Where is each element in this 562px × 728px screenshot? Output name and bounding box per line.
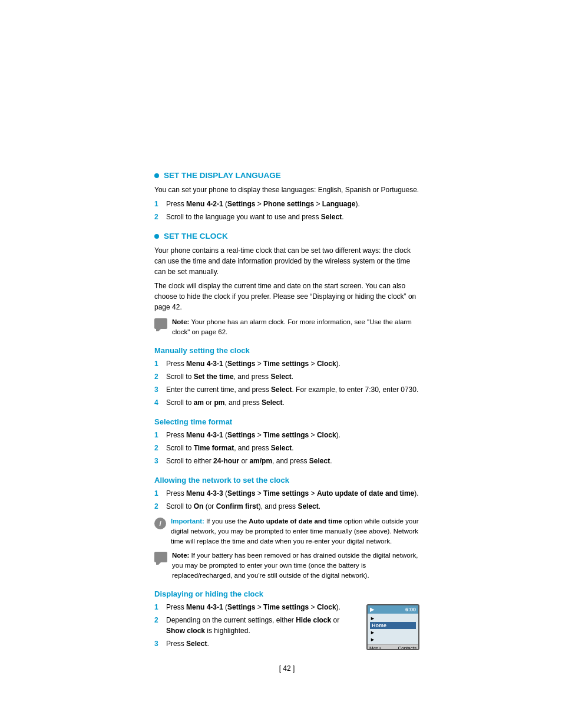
set-clock-note: Note: Your phone has an alarm clock. For… bbox=[154, 317, 419, 337]
step-text-2: Scroll to the language you want to use a… bbox=[166, 212, 344, 222]
net-text-1: Press Menu 4-3-3 (Settings > Time settin… bbox=[166, 488, 419, 499]
phone-screen-body: ► Home ► ► bbox=[368, 614, 418, 644]
section-displaying: Displaying or hiding the clock 1 Press M… bbox=[154, 589, 419, 653]
tf-step-2: 2 Scroll to Time format, and press Selec… bbox=[154, 443, 419, 453]
net-step-1: 1 Press Menu 4-3-3 (Settings > Time sett… bbox=[154, 488, 419, 499]
note-icon-2 bbox=[154, 552, 167, 562]
disp-num-2: 2 bbox=[154, 615, 164, 636]
phone-mockup: ▶ 6:00 ► Home ► ► Menu bbox=[366, 604, 419, 653]
content-area: SET THE DISPLAY LANGUAGE You can set you… bbox=[154, 171, 419, 673]
net-step-2: 2 Scroll to On (or Confirm first), and p… bbox=[154, 501, 419, 512]
page-number: [ 42 ] bbox=[154, 664, 419, 673]
manually-text-3: Enter the current time, and press Select… bbox=[166, 384, 418, 395]
tf-text-1: Press Menu 4-3-1 (Settings > Time settin… bbox=[166, 430, 340, 440]
displaying-steps-container: 1 Press Menu 4-3-1 (Settings > Time sett… bbox=[154, 602, 359, 653]
disp-text-2: Depending on the current settings, eithe… bbox=[166, 615, 359, 636]
phone-list-item-1: ► bbox=[370, 615, 416, 622]
phone-screen-time: 6:00 bbox=[405, 607, 416, 612]
manually-step-2: 2 Scroll to Set the time, and press Sele… bbox=[154, 371, 419, 382]
manually-heading: Manually setting the clock bbox=[154, 346, 419, 355]
manually-num-3: 3 bbox=[154, 384, 164, 395]
phone-screen: ▶ 6:00 ► Home ► ► Menu bbox=[366, 604, 419, 650]
tf-num-2: 2 bbox=[154, 443, 164, 453]
displaying-content: 1 Press Menu 4-3-1 (Settings > Time sett… bbox=[154, 602, 419, 653]
display-language-intro: You can set your phone to display these … bbox=[154, 185, 419, 195]
displaying-heading: Displaying or hiding the clock bbox=[154, 589, 419, 598]
manually-num-1: 1 bbox=[154, 358, 164, 369]
manually-text-1: Press Menu 4-3-1 (Settings > Time settin… bbox=[166, 358, 340, 369]
step-text-1: Press Menu 4-2-1 (Settings > Phone setti… bbox=[166, 199, 360, 209]
note-text-2: Note: If your battery has been removed o… bbox=[172, 551, 419, 580]
phone-screen-footer: Menu Contacts bbox=[368, 644, 418, 650]
phone-screen-topbar: ▶ 6:00 bbox=[368, 605, 418, 614]
note-icon bbox=[154, 318, 167, 329]
important-text: Important: If you use the Auto update of… bbox=[171, 516, 419, 546]
display-language-title: SET THE DISPLAY LANGUAGE bbox=[154, 171, 419, 180]
manually-steps: 1 Press Menu 4-3-1 (Settings > Time sett… bbox=[154, 358, 419, 408]
step-num-2: 2 bbox=[154, 212, 164, 222]
tf-step-1: 1 Press Menu 4-3-1 (Settings > Time sett… bbox=[154, 430, 419, 440]
network-steps: 1 Press Menu 4-3-3 (Settings > Time sett… bbox=[154, 488, 419, 512]
phone-list-item-2: ► bbox=[370, 629, 416, 636]
set-clock-intro2: The clock will display the current time … bbox=[154, 281, 419, 312]
disp-text-3: Press Select. bbox=[166, 638, 209, 649]
manually-num-2: 2 bbox=[154, 371, 164, 382]
step-1: 1 Press Menu 4-2-1 (Settings > Phone set… bbox=[154, 199, 419, 209]
disp-num-3: 3 bbox=[154, 638, 164, 649]
section-set-clock: SET THE CLOCK Your phone contains a real… bbox=[154, 232, 419, 337]
note-label: Note: bbox=[172, 318, 189, 325]
set-clock-intro1: Your phone contains a real-time clock th… bbox=[154, 245, 419, 277]
net-num-1: 1 bbox=[154, 488, 164, 499]
step-2: 2 Scroll to the language you want to use… bbox=[154, 212, 419, 222]
tf-num-1: 1 bbox=[154, 430, 164, 440]
note-content-2: If your battery has been removed or has … bbox=[172, 552, 418, 578]
important-icon bbox=[154, 518, 166, 529]
bullet-icon-2 bbox=[154, 234, 159, 239]
manually-num-4: 4 bbox=[154, 397, 164, 408]
bullet-icon bbox=[154, 173, 159, 178]
phone-screen-icon: ▶ bbox=[370, 607, 374, 612]
step-num-1: 1 bbox=[154, 199, 164, 209]
tf-text-2: Scroll to Time format, and press Select. bbox=[166, 443, 294, 453]
section-display-language: SET THE DISPLAY LANGUAGE You can set you… bbox=[154, 171, 419, 222]
manually-step-4: 4 Scroll to am or pm, and press Select. bbox=[154, 397, 419, 408]
set-clock-title: SET THE CLOCK bbox=[154, 232, 419, 241]
display-language-steps: 1 Press Menu 4-2-1 (Settings > Phone set… bbox=[154, 199, 419, 222]
network-heading: Allowing the network to set the clock bbox=[154, 476, 419, 485]
manually-step-1: 1 Press Menu 4-3-1 (Settings > Time sett… bbox=[154, 358, 419, 369]
tf-text-3: Scroll to either 24-hour or am/pm, and p… bbox=[166, 456, 332, 466]
section-network: Allowing the network to set the clock 1 … bbox=[154, 476, 419, 580]
manually-text-4: Scroll to am or pm, and press Select. bbox=[166, 397, 285, 408]
tf-step-3: 3 Scroll to either 24-hour or am/pm, and… bbox=[154, 456, 419, 466]
section-manually: Manually setting the clock 1 Press Menu … bbox=[154, 346, 419, 408]
net-text-2: Scroll to On (or Confirm first), and pre… bbox=[166, 501, 320, 512]
disp-num-1: 1 bbox=[154, 602, 164, 612]
manually-text-2: Scroll to Set the time, and press Select… bbox=[166, 371, 293, 382]
phone-list-home-selected: Home bbox=[370, 622, 416, 629]
tf-num-3: 3 bbox=[154, 456, 164, 466]
page-container: SET THE DISPLAY LANGUAGE You can set you… bbox=[0, 0, 562, 728]
network-important: Important: If you use the Auto update of… bbox=[154, 516, 419, 546]
note-text: Note: Your phone has an alarm clock. For… bbox=[172, 317, 419, 337]
note-content: Your phone has an alarm clock. For more … bbox=[172, 318, 412, 335]
time-format-steps: 1 Press Menu 4-3-1 (Settings > Time sett… bbox=[154, 430, 419, 466]
disp-step-3: 3 Press Select. bbox=[154, 638, 359, 649]
section-time-format: Selecting time format 1 Press Menu 4-3-1… bbox=[154, 417, 419, 466]
disp-step-2: 2 Depending on the current settings, eit… bbox=[154, 615, 359, 636]
phone-menu-left: Menu bbox=[369, 645, 381, 650]
important-label: Important: bbox=[171, 518, 204, 525]
phone-menu-right: Contacts bbox=[398, 645, 416, 650]
time-format-heading: Selecting time format bbox=[154, 417, 419, 426]
net-num-2: 2 bbox=[154, 501, 164, 512]
displaying-steps: 1 Press Menu 4-3-1 (Settings > Time sett… bbox=[154, 602, 359, 649]
manually-step-3: 3 Enter the current time, and press Sele… bbox=[154, 384, 419, 395]
network-note: Note: If your battery has been removed o… bbox=[154, 551, 419, 580]
note-label-2: Note: bbox=[172, 552, 189, 559]
disp-step-1: 1 Press Menu 4-3-1 (Settings > Time sett… bbox=[154, 602, 359, 612]
phone-list-item-3: ► bbox=[370, 636, 416, 643]
disp-text-1: Press Menu 4-3-1 (Settings > Time settin… bbox=[166, 602, 340, 612]
important-content: If you use the Auto update of date and t… bbox=[171, 518, 419, 544]
